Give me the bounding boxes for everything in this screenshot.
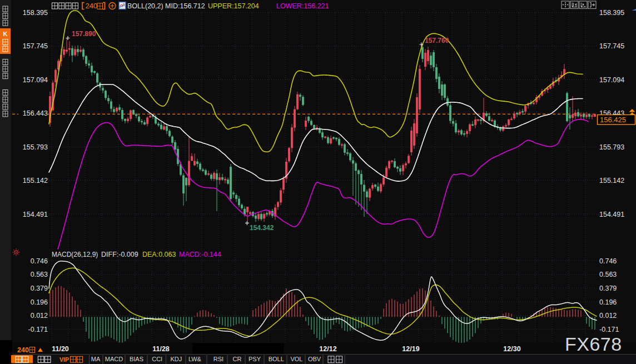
svg-text:155.793: 155.793	[599, 143, 624, 151]
svg-text:0.012: 0.012	[599, 312, 617, 320]
svg-text:0.012: 0.012	[31, 312, 48, 320]
svg-text:157.760: 157.760	[425, 37, 449, 44]
svg-text:0.379: 0.379	[31, 285, 48, 292]
svg-text:0.196: 0.196	[599, 298, 617, 306]
svg-text:OBV: OBV	[308, 356, 321, 362]
svg-text:LW&: LW&	[188, 356, 202, 362]
svg-text:MA: MA	[91, 356, 101, 362]
svg-text:0.746: 0.746	[599, 257, 617, 265]
svg-text:VOL: VOL	[290, 356, 302, 362]
svg-text:LOWER:156.221: LOWER:156.221	[276, 2, 329, 10]
svg-text:155.142: 155.142	[23, 177, 48, 185]
svg-text:156.425: 156.425	[600, 116, 626, 124]
svg-text:RSI: RSI	[213, 356, 223, 362]
svg-text:BOLL: BOLL	[269, 356, 284, 362]
svg-text:KDJ: KDJ	[170, 356, 182, 362]
svg-text:154.491: 154.491	[599, 211, 624, 218]
svg-text:PSY: PSY	[249, 356, 261, 362]
svg-text:240: 240	[17, 346, 29, 354]
svg-text:BOLL(20,2) MID:156.712: BOLL(20,2) MID:156.712	[127, 2, 205, 10]
svg-text:12/12: 12/12	[319, 345, 336, 353]
svg-text:VIP: VIP	[59, 356, 69, 363]
svg-text:158.395: 158.395	[599, 9, 624, 17]
svg-text:155.793: 155.793	[23, 143, 48, 151]
svg-text:MACD(26,12,9): MACD(26,12,9)	[52, 251, 98, 258]
svg-text:CR: CR	[233, 356, 242, 362]
svg-text:K: K	[3, 31, 8, 37]
svg-text:157.890: 157.890	[72, 30, 96, 38]
svg-text:DIFF:-0.009: DIFF:-0.009	[101, 251, 138, 258]
svg-text:12/30: 12/30	[503, 345, 520, 353]
svg-text:12/19: 12/19	[402, 345, 419, 353]
svg-text:154.491: 154.491	[23, 211, 48, 218]
svg-text:158.395: 158.395	[23, 9, 48, 17]
svg-text:0.563: 0.563	[599, 271, 617, 278]
svg-text:DEA:0.063: DEA:0.063	[142, 251, 176, 258]
svg-text:MACD:-0.144: MACD:-0.144	[179, 251, 221, 258]
svg-text:0.563: 0.563	[31, 271, 48, 278]
svg-text:MACD: MACD	[105, 356, 123, 362]
svg-text:-0.171: -0.171	[599, 326, 619, 333]
svg-text:11/20: 11/20	[52, 345, 69, 353]
svg-text:0.196: 0.196	[31, 298, 48, 306]
svg-text:BIAS: BIAS	[130, 356, 143, 362]
svg-text:154.342: 154.342	[250, 224, 274, 232]
svg-text:11/28: 11/28	[152, 345, 170, 353]
svg-text:UPPER:157.204: UPPER:157.204	[208, 2, 259, 10]
svg-text:157.745: 157.745	[23, 42, 48, 50]
svg-text:157.094: 157.094	[23, 76, 48, 84]
svg-text:0.379: 0.379	[599, 285, 617, 292]
svg-text:FX678: FX678	[565, 333, 622, 355]
svg-text:CCI: CCI	[152, 356, 162, 362]
svg-text:155.142: 155.142	[599, 177, 624, 185]
svg-text:157.745: 157.745	[599, 42, 624, 50]
svg-text:156.443: 156.443	[23, 109, 48, 117]
svg-text:0.746: 0.746	[31, 257, 48, 265]
svg-text:-0.171: -0.171	[28, 326, 48, 333]
svg-text:157.094: 157.094	[599, 76, 624, 84]
svg-text:240: 240	[86, 2, 98, 10]
